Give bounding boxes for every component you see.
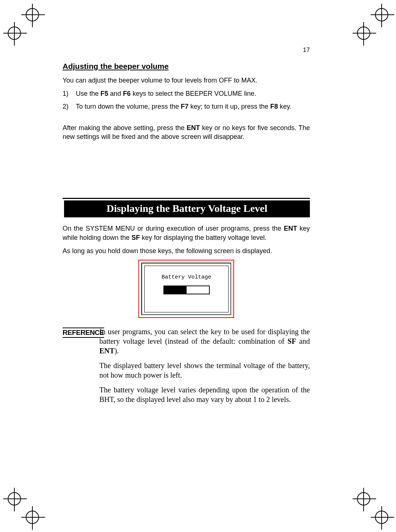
- battery-fill: [164, 286, 187, 294]
- after-steps-paragraph: After making the above setting, press th…: [63, 123, 310, 141]
- text: key.: [278, 103, 291, 110]
- paragraph: As long as you hold down those keys, the…: [63, 246, 310, 255]
- section-banner-title: Displaying the Battery Voltage Level: [63, 200, 310, 217]
- section-heading-beeper: Adjusting the beeper volume: [63, 62, 310, 71]
- text: Use the: [76, 90, 100, 97]
- key-name: F8: [270, 103, 278, 110]
- page-content: 17 Adjusting the beeper volume You can a…: [63, 48, 310, 409]
- text: In user programs, you can select the key…: [99, 328, 310, 345]
- registration-mark-icon: [26, 511, 39, 524]
- paragraph: On the SYSTEM MENU or during execution o…: [63, 224, 310, 242]
- list-item: 1) Use the F5 and F6 keys to select the …: [63, 89, 310, 98]
- reference-label-wrap: REFERENCE: [63, 327, 99, 338]
- intro-paragraph: You can adjust the beeper volume to four…: [63, 76, 310, 85]
- page-number: 17: [303, 46, 310, 54]
- text: After making the above setting, press th…: [63, 124, 187, 132]
- reference-label: REFERENCE: [63, 328, 104, 338]
- screen-label: Battery Voltage: [145, 266, 228, 280]
- registration-mark-icon: [357, 492, 370, 505]
- registration-mark-icon: [375, 511, 388, 524]
- key-name: ENT: [99, 347, 114, 355]
- section-banner: Displaying the Battery Voltage Level: [63, 198, 310, 217]
- body-text: You can adjust the beeper volume to four…: [63, 76, 310, 141]
- step-text: To turn down the volume, press the F7 ke…: [76, 102, 310, 111]
- registration-mark-icon: [357, 27, 370, 40]
- key-name: SF: [287, 337, 296, 345]
- reference-body: In user programs, you can select the key…: [99, 327, 310, 409]
- key-name: ENT: [284, 225, 297, 232]
- reference-paragraph: The displayed battery level shows the te…: [99, 361, 310, 380]
- text: and: [296, 337, 310, 345]
- registration-mark-icon: [26, 8, 39, 21]
- text: and: [108, 90, 123, 97]
- registration-mark-icon: [8, 492, 21, 505]
- text: keys to select the BEEPER VOLUME line.: [131, 90, 256, 97]
- screen-highlight-border: Battery Voltage: [138, 260, 234, 318]
- text: key for displaying the battery voltage l…: [140, 234, 266, 241]
- key-name: F5: [100, 90, 108, 97]
- key-name: F6: [123, 90, 131, 97]
- registration-mark-icon: [8, 27, 21, 40]
- step-text: Use the F5 and F6 keys to select the BEE…: [76, 89, 310, 98]
- screen-inner: Battery Voltage: [144, 266, 229, 312]
- text: key; to turn it up, press the: [188, 103, 270, 110]
- key-name: ENT: [187, 124, 200, 132]
- steps-list: 1) Use the F5 and F6 keys to select the …: [63, 89, 310, 111]
- reference-paragraph: The battery voltage level varies dependi…: [99, 385, 310, 404]
- list-item: 2) To turn down the volume, press the F7…: [63, 102, 310, 111]
- key-name: F7: [181, 103, 188, 110]
- screen-frame: Battery Voltage: [141, 263, 231, 315]
- body-text: On the SYSTEM MENU or during execution o…: [63, 224, 310, 255]
- reference-block: REFERENCE In user programs, you can sele…: [63, 327, 310, 409]
- reference-paragraph: In user programs, you can select the key…: [99, 327, 310, 356]
- text: On the SYSTEM MENU or during execution o…: [63, 225, 284, 232]
- battery-bar: [163, 286, 210, 294]
- key-name: SF: [131, 234, 140, 241]
- text: ).: [114, 347, 119, 355]
- text: To turn down the volume, press the: [76, 103, 181, 110]
- step-number: 1): [63, 89, 76, 98]
- screen-illustration: Battery Voltage: [63, 260, 310, 318]
- step-number: 2): [63, 102, 76, 111]
- registration-mark-icon: [375, 8, 388, 21]
